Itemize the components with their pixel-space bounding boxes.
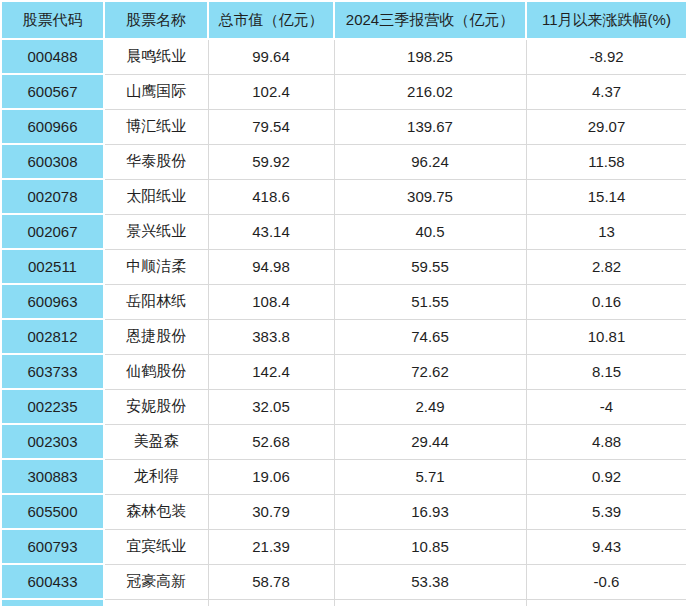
stock-name-cell: 安妮股份 [104, 389, 208, 424]
table-row: 600433冠豪高新58.7853.38-0.6 [1, 564, 686, 599]
market-cap-cell: 19.06 [208, 459, 334, 494]
market-cap-cell: 79.54 [208, 109, 334, 144]
table-row: 002067景兴纸业43.1440.513 [1, 214, 686, 249]
empty-cell [208, 599, 334, 606]
change-pct-cell: 0.92 [526, 459, 686, 494]
stock-name-cell: 晨鸣纸业 [104, 39, 208, 74]
column-header-change-pct: 11月以来涨跌幅(%) [526, 1, 686, 39]
stock-code-cell: 600567 [1, 74, 104, 109]
market-cap-cell: 383.8 [208, 319, 334, 354]
stock-code-cell: 002078 [1, 179, 104, 214]
column-header-q3-revenue: 2024三季报营收（亿元） [334, 1, 526, 39]
market-cap-cell: 43.14 [208, 214, 334, 249]
change-pct-cell: 29.07 [526, 109, 686, 144]
stock-name-cell: 太阳纸业 [104, 179, 208, 214]
q3-revenue-cell: 72.62 [334, 354, 526, 389]
q3-revenue-cell: 16.93 [334, 494, 526, 529]
table-row: 000488晨鸣纸业99.64198.25-8.92 [1, 39, 686, 74]
empty-cell [104, 599, 208, 606]
stock-code-cell: 002067 [1, 214, 104, 249]
stock-name-cell: 中顺洁柔 [104, 249, 208, 284]
change-pct-cell: -8.92 [526, 39, 686, 74]
stock-table-container: 股票代码 股票名称 总市值（亿元） 2024三季报营收（亿元） 11月以来涨跌幅… [0, 0, 686, 606]
table-row: 600963岳阳林纸108.451.550.16 [1, 284, 686, 319]
q3-revenue-cell: 40.5 [334, 214, 526, 249]
market-cap-cell: 59.92 [208, 144, 334, 179]
column-header-market-cap: 总市值（亿元） [208, 1, 334, 39]
stock-name-cell: 龙利得 [104, 459, 208, 494]
table-row: 300883龙利得19.065.710.92 [1, 459, 686, 494]
partial-bottom-row [1, 599, 686, 606]
change-pct-cell: 8.15 [526, 354, 686, 389]
market-cap-cell: 30.79 [208, 494, 334, 529]
stock-name-cell: 山鹰国际 [104, 74, 208, 109]
table-row: 603733仙鹤股份142.472.628.15 [1, 354, 686, 389]
stock-name-cell: 宜宾纸业 [104, 529, 208, 564]
q3-revenue-cell: 96.24 [334, 144, 526, 179]
column-header-stock-name: 股票名称 [104, 1, 208, 39]
market-cap-cell: 32.05 [208, 389, 334, 424]
q3-revenue-cell: 2.49 [334, 389, 526, 424]
stock-name-cell: 华泰股份 [104, 144, 208, 179]
stock-code-cell: 600308 [1, 144, 104, 179]
stock-code-cell: 002511 [1, 249, 104, 284]
change-pct-cell: 5.39 [526, 494, 686, 529]
stock-name-cell: 森林包装 [104, 494, 208, 529]
stock-code-cell: 300883 [1, 459, 104, 494]
q3-revenue-cell: 5.71 [334, 459, 526, 494]
table-row: 002235安妮股份32.052.49-4 [1, 389, 686, 424]
stock-table: 股票代码 股票名称 总市值（亿元） 2024三季报营收（亿元） 11月以来涨跌幅… [0, 0, 686, 606]
stock-code-cell: 600963 [1, 284, 104, 319]
column-header-stock-code: 股票代码 [1, 1, 104, 39]
market-cap-cell: 52.68 [208, 424, 334, 459]
q3-revenue-cell: 74.65 [334, 319, 526, 354]
stock-code-cell: 605500 [1, 494, 104, 529]
stock-name-cell: 岳阳林纸 [104, 284, 208, 319]
table-row: 002078太阳纸业418.6309.7515.14 [1, 179, 686, 214]
stock-name-cell: 仙鹤股份 [104, 354, 208, 389]
market-cap-cell: 99.64 [208, 39, 334, 74]
stock-code-cell: 600966 [1, 109, 104, 144]
market-cap-cell: 58.78 [208, 564, 334, 599]
q3-revenue-cell: 10.85 [334, 529, 526, 564]
q3-revenue-cell: 51.55 [334, 284, 526, 319]
table-row: 600567山鹰国际102.4216.024.37 [1, 74, 686, 109]
stock-code-cell: 002235 [1, 389, 104, 424]
change-pct-cell: 10.81 [526, 319, 686, 354]
change-pct-cell: 2.82 [526, 249, 686, 284]
change-pct-cell: 9.43 [526, 529, 686, 564]
q3-revenue-cell: 198.25 [334, 39, 526, 74]
table-header-row: 股票代码 股票名称 总市值（亿元） 2024三季报营收（亿元） 11月以来涨跌幅… [1, 1, 686, 39]
q3-revenue-cell: 59.55 [334, 249, 526, 284]
q3-revenue-cell: 216.02 [334, 74, 526, 109]
q3-revenue-cell: 139.67 [334, 109, 526, 144]
table-row: 600966博汇纸业79.54139.6729.07 [1, 109, 686, 144]
change-pct-cell: 11.58 [526, 144, 686, 179]
table-row: 002511中顺洁柔94.9859.552.82 [1, 249, 686, 284]
market-cap-cell: 418.6 [208, 179, 334, 214]
stock-code-cell: 002812 [1, 319, 104, 354]
table-row: 605500森林包装30.7916.935.39 [1, 494, 686, 529]
q3-revenue-cell: 309.75 [334, 179, 526, 214]
change-pct-cell: 15.14 [526, 179, 686, 214]
stock-name-cell: 博汇纸业 [104, 109, 208, 144]
stock-name-cell: 恩捷股份 [104, 319, 208, 354]
stock-name-cell: 冠豪高新 [104, 564, 208, 599]
change-pct-cell: 13 [526, 214, 686, 249]
stock-code-cell: 000488 [1, 39, 104, 74]
stock-code-cell-empty [1, 599, 104, 606]
change-pct-cell: -4 [526, 389, 686, 424]
stock-code-cell: 600433 [1, 564, 104, 599]
table-row: 600308华泰股份59.9296.2411.58 [1, 144, 686, 179]
stock-code-cell: 600793 [1, 529, 104, 564]
change-pct-cell: 0.16 [526, 284, 686, 319]
market-cap-cell: 102.4 [208, 74, 334, 109]
empty-cell [334, 599, 526, 606]
empty-cell [526, 599, 686, 606]
q3-revenue-cell: 53.38 [334, 564, 526, 599]
stock-code-cell: 603733 [1, 354, 104, 389]
market-cap-cell: 142.4 [208, 354, 334, 389]
stock-name-cell: 景兴纸业 [104, 214, 208, 249]
market-cap-cell: 21.39 [208, 529, 334, 564]
table-row: 002303美盈森52.6829.444.88 [1, 424, 686, 459]
